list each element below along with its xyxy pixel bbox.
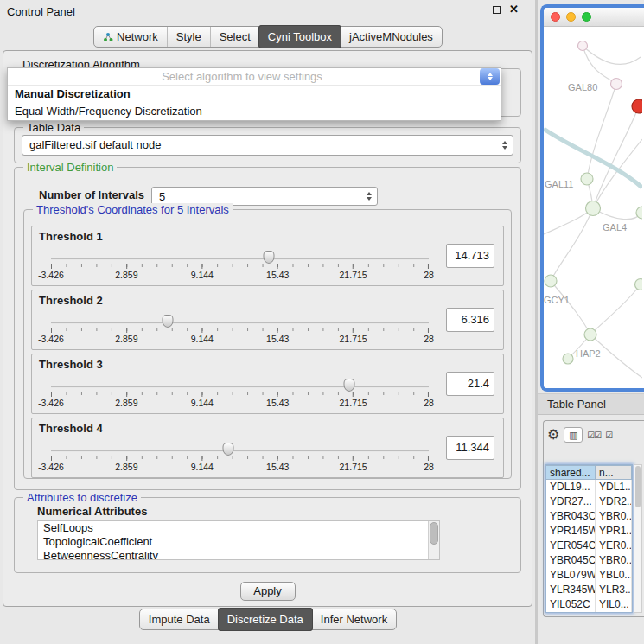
threshold-label: Threshold 4 <box>39 422 103 435</box>
apply-button[interactable]: Apply <box>240 582 296 601</box>
attributes-list[interactable]: SelfLoops TopologicalCoefficient Between… <box>37 520 440 560</box>
slider-thumb[interactable] <box>344 379 355 392</box>
tab-jactivemnodules[interactable]: jActiveMNodules <box>341 27 442 47</box>
mac-close-button[interactable] <box>551 12 560 22</box>
tab-jactive-label: jActiveMNodules <box>349 30 433 43</box>
network-node[interactable] <box>584 328 596 341</box>
slider-major-ticks <box>51 392 429 397</box>
select-all-checkbox-icon[interactable]: ☑☑ <box>587 430 601 440</box>
selected-red-node[interactable] <box>632 99 642 113</box>
threshold-1-panel: Threshold 1 14.713 -3.426 2.859 9.144 15… <box>31 226 504 286</box>
table-data-group-label: Table Data <box>23 121 84 134</box>
slider-track[interactable] <box>51 386 429 388</box>
network-node[interactable] <box>545 275 557 287</box>
attributes-group-label: Attributes to discretize <box>23 491 141 504</box>
slider-thumb[interactable] <box>223 443 234 456</box>
threshold-slider[interactable]: -3.426 2.859 9.144 15.43 21.715 28 <box>51 313 429 346</box>
algorithm-option-equal-width[interactable]: Equal Width/Frequency Discretization <box>8 103 501 120</box>
slider-major-ticks <box>51 456 429 461</box>
table-panel-widget: ⚙ ▥ ☑☑ ☑ shared... n... YDL19...YDL1... … <box>543 420 644 617</box>
table-row[interactable]: YBL079WYBL0... <box>546 568 632 583</box>
table-row[interactable]: YIL052CYIL0... <box>546 597 632 612</box>
network-node[interactable] <box>586 201 601 216</box>
checkbox-icon[interactable]: ☑ <box>605 430 612 440</box>
slider-track[interactable] <box>51 322 429 324</box>
list-item[interactable]: TopologicalCoefficient <box>38 535 439 549</box>
network-icon <box>103 32 113 42</box>
bottom-tab-bar: Impute Data Discretize Data Infer Networ… <box>0 609 536 630</box>
table-row[interactable]: YER054CYER0... <box>546 539 632 553</box>
number-of-intervals-value: 5 <box>159 190 165 203</box>
combo-arrows-icon[interactable] <box>480 68 500 85</box>
numerical-attributes-label: Numerical Attributes <box>37 505 147 518</box>
tab-network[interactable]: Network <box>94 27 167 47</box>
algorithm-option-manual[interactable]: Manual Discretization <box>8 86 501 103</box>
tab-impute-data[interactable]: Impute Data <box>140 609 219 629</box>
threshold-value-field[interactable]: 11.344 <box>446 436 494 460</box>
table-scrollbar[interactable] <box>634 464 642 613</box>
scrollbar-thumb[interactable] <box>430 522 438 545</box>
algorithm-dropdown-popup: Select algorithm to view settings Manual… <box>7 67 501 121</box>
interval-definition-group: Interval Definition Number of Intervals … <box>14 167 521 490</box>
slider-track[interactable] <box>51 450 429 452</box>
tab-infer-network[interactable]: Infer Network <box>312 609 396 629</box>
tab-discretize-label: Discretize Data <box>227 613 303 626</box>
network-node[interactable] <box>581 173 593 185</box>
list-item[interactable]: SelfLoops <box>38 521 439 535</box>
scrollbar-thumb[interactable] <box>635 466 641 507</box>
network-node[interactable] <box>578 41 588 51</box>
network-node[interactable] <box>611 79 622 90</box>
column-header-shared-name[interactable]: shared... <box>546 465 596 480</box>
table-row[interactable]: YDR27...YDR2... <box>546 494 632 509</box>
table-row[interactable]: YBR043CYBR0... <box>546 509 632 524</box>
table-row[interactable]: YPR145WYPR1... <box>546 524 632 539</box>
tab-select-label: Select <box>220 30 251 43</box>
threshold-slider[interactable]: -3.426 2.859 9.144 15.43 21.715 28 <box>51 377 429 410</box>
number-of-intervals-label: Number of Intervals <box>39 188 144 201</box>
columns-icon[interactable]: ▥ <box>564 427 583 443</box>
slider-scale: -3.426 2.859 9.144 15.43 21.715 28 <box>51 398 429 408</box>
table-row[interactable]: YDL19...YDL1... <box>546 480 632 494</box>
slider-thumb[interactable] <box>264 251 275 264</box>
panel-splitter[interactable] <box>535 0 538 644</box>
slider-track[interactable] <box>51 258 429 260</box>
column-header-name[interactable]: n... <box>596 465 632 480</box>
threshold-value-field[interactable]: 21.4 <box>446 372 494 396</box>
slider-scale: -3.426 2.859 9.144 15.43 21.715 28 <box>51 462 429 472</box>
slider-major-ticks <box>51 328 429 333</box>
threshold-value-field[interactable]: 14.713 <box>446 244 494 268</box>
mac-zoom-button[interactable] <box>582 12 591 22</box>
gear-icon[interactable]: ⚙ <box>547 428 559 442</box>
network-canvas[interactable]: GAL80 GAL11 GAL4 GCY1 HAP2 <box>544 27 642 392</box>
tab-select[interactable]: Select <box>210 27 259 47</box>
network-node[interactable] <box>563 354 573 364</box>
node-label: GAL4 <box>603 222 627 233</box>
threshold-label: Threshold 3 <box>39 358 103 371</box>
node-table[interactable]: shared... n... YDL19...YDL1... YDR27...Y… <box>545 464 633 613</box>
table-panel-title: Table Panel <box>547 398 606 411</box>
threshold-label: Threshold 2 <box>39 294 103 307</box>
network-node[interactable] <box>635 279 643 290</box>
list-item[interactable]: BetweennessCentrality <box>38 549 439 560</box>
control-panel-titlebar: Control Panel ✕ <box>0 0 536 22</box>
close-icon[interactable]: ✕ <box>509 5 519 14</box>
table-row[interactable]: YBR045CYBR0... <box>546 553 632 568</box>
threshold-slider[interactable]: -3.426 2.859 9.144 15.43 21.715 28 <box>51 441 429 474</box>
table-data-combobox[interactable]: galFiltered.sif default node <box>22 135 513 156</box>
table-row[interactable]: YLR345WYLR3... <box>546 583 632 597</box>
tab-cyni-toolbox[interactable]: Cyni Toolbox <box>258 25 341 48</box>
cyni-toolbox-panel: Discretization Algorithm Table Data galF… <box>3 50 532 607</box>
threshold-value-field[interactable]: 6.316 <box>446 308 494 332</box>
table-panel-header: Table Panel <box>538 393 644 415</box>
list-scrollbar[interactable] <box>428 521 439 559</box>
algorithm-combobox[interactable]: Select algorithm to view settings <box>8 68 501 86</box>
tab-style[interactable]: Style <box>167 27 210 47</box>
attributes-group: Attributes to discretize Numerical Attri… <box>14 497 521 573</box>
network-window-titlebar <box>544 8 644 27</box>
slider-thumb[interactable] <box>163 315 174 328</box>
tab-discretize-data[interactable]: Discretize Data <box>218 608 313 631</box>
float-window-icon[interactable] <box>493 6 501 14</box>
mac-minimize-button[interactable] <box>566 12 576 22</box>
threshold-slider[interactable]: -3.426 2.859 9.144 15.43 21.715 28 <box>51 249 429 282</box>
threshold-3-panel: Threshold 3 21.4 -3.426 2.859 9.144 15.4… <box>31 354 504 414</box>
